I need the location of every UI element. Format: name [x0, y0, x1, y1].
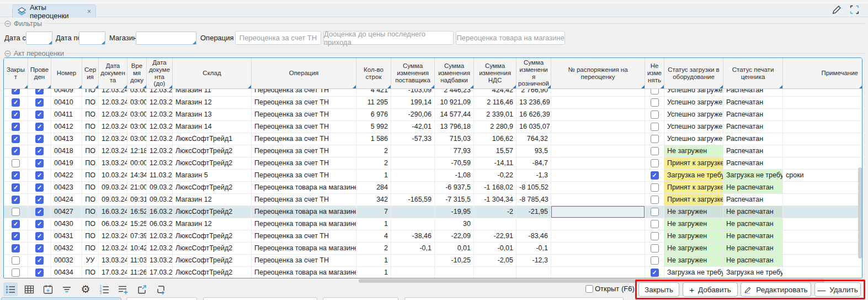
cell-rows_count[interactable]: 6 976 — [356, 109, 391, 120]
cell-number[interactable]: 00412 — [51, 121, 82, 133]
cell-note[interactable] — [783, 267, 862, 278]
tab-close-icon[interactable]: × — [87, 8, 91, 15]
cell-order_no[interactable] — [551, 145, 645, 157]
closed-checkbox[interactable] — [12, 98, 20, 107]
cell-operation[interactable]: Переоценка товара на магазине — [252, 182, 356, 193]
cell-doc_date_to[interactable]: 16.03.24 — [147, 206, 173, 218]
cell-sum_vat[interactable]: 2 116,46 — [474, 97, 516, 108]
no_change-checkbox[interactable] — [651, 171, 659, 180]
posted-checkbox[interactable] — [35, 110, 44, 119]
numbered-list-icon[interactable]: 1 2 3 — [97, 282, 111, 296]
column-header-sum_vat[interactable]: Сумма изменения НДС — [474, 58, 516, 88]
cell-sum_retail[interactable]: -8 785,43 — [516, 194, 551, 206]
cell-warehouse[interactable]: ЛюксСофтТрейд2 — [173, 243, 252, 254]
cell-note[interactable]: сроки — [783, 170, 862, 181]
cell-rows_count[interactable]: 1 — [356, 267, 391, 278]
cell-sum_supplier[interactable] — [391, 170, 435, 181]
posted-checkbox[interactable] — [35, 244, 44, 252]
cell-warehouse[interactable]: ЛюксСофтТрейд2 — [173, 182, 252, 193]
cell-no_change[interactable] — [645, 133, 664, 145]
cell-sum_retail[interactable]: 764,32 — [516, 133, 551, 145]
cell-sum_vat[interactable]: -1 168,02 — [474, 182, 516, 193]
cell-note[interactable] — [783, 133, 862, 145]
cell-print_status[interactable]: Не распечатан — [723, 218, 783, 230]
cell-doc_time[interactable]: 03:00 — [127, 133, 147, 145]
edit-pencil-icon[interactable] — [830, 3, 843, 15]
cell-operation[interactable]: Переоценка за счет ТН — [252, 194, 356, 206]
cell-rows_count[interactable]: 4 — [356, 230, 391, 242]
cell-sum_vat[interactable]: -1 304,34 — [474, 194, 516, 206]
cell-doc_date[interactable]: 12.03.24 — [99, 89, 127, 96]
list-view-icon[interactable] — [3, 282, 18, 296]
cell-doc_date_to[interactable]: 12.03.24 — [147, 109, 173, 120]
open-f6-checkbox-box[interactable] — [585, 285, 593, 293]
fullscreen-icon[interactable] — [848, 3, 860, 15]
cell-sum_markup[interactable]: 0,01 — [435, 243, 474, 254]
cell-print_status[interactable]: Загрузка не требуется — [723, 170, 783, 181]
cell-closed[interactable] — [4, 218, 28, 230]
no_change-checkbox[interactable] — [651, 256, 659, 265]
table-row-00409[interactable]: 00409ПО12.03.2403:0012.03.24Магазин 11Пе… — [4, 89, 862, 97]
table-row-00412[interactable]: 00412ПО12.03.2403:0012.03.24Магазин 14Пе… — [4, 121, 862, 133]
table-row-00422[interactable]: 00422ПО10.03.2414:3411.03.24Магазин 5Пер… — [4, 170, 862, 182]
cell-operation[interactable]: Переоценка за счет ТН — [252, 230, 356, 242]
cell-sum_supplier[interactable] — [391, 145, 435, 157]
cell-doc_time[interactable]: 09:31 — [127, 194, 147, 206]
cell-sum_vat[interactable]: -2,05 — [474, 255, 516, 266]
cell-posted[interactable] — [28, 145, 51, 157]
no_change-checkbox[interactable] — [651, 183, 659, 192]
cell-print_status[interactable]: Распечатан — [723, 109, 783, 120]
cell-sum_supplier[interactable]: 199,14 — [391, 97, 435, 108]
cell-sum_vat[interactable]: 424,42 — [474, 89, 516, 96]
cell-posted[interactable] — [28, 243, 51, 254]
cell-doc_date[interactable]: 13.03.24 — [99, 255, 127, 266]
cell-doc_time[interactable]: 03:00 — [127, 89, 147, 96]
cell-doc_date[interactable]: 12.03.24 — [99, 145, 127, 157]
closed-checkbox[interactable] — [12, 196, 20, 204]
cell-operation[interactable]: Переоценка за счет ТН — [252, 170, 356, 181]
closed-checkbox[interactable] — [12, 269, 20, 277]
cell-sum_vat[interactable]: -0,22 — [474, 170, 516, 181]
date-from-input[interactable] — [26, 31, 52, 45]
cell-posted[interactable] — [28, 182, 51, 193]
cell-number[interactable]: 00413 — [51, 133, 82, 145]
cell-order_no[interactable] — [551, 218, 645, 230]
cell-number[interactable]: 00419 — [51, 157, 82, 169]
cell-series[interactable]: ПО — [82, 109, 99, 120]
closed-checkbox[interactable] — [12, 123, 20, 131]
cell-no_change[interactable] — [645, 243, 664, 254]
cell-print_status[interactable]: Не распечатан — [723, 255, 783, 266]
cell-note[interactable] — [783, 218, 862, 230]
operation-btn-markup-last-receipt[interactable]: Дооценка до цены последнего прихода — [323, 31, 454, 45]
cell-load_status[interactable]: Успешно загружен — [664, 89, 723, 96]
cell-posted[interactable] — [28, 97, 51, 108]
no_change-checkbox[interactable] — [651, 159, 659, 167]
cell-order_no[interactable] — [551, 133, 645, 145]
cell-posted[interactable] — [28, 218, 51, 230]
cell-order_no[interactable] — [551, 157, 645, 169]
cell-no_change[interactable] — [645, 121, 664, 133]
cell-sum_supplier[interactable] — [391, 267, 435, 278]
cell-rows_count[interactable]: 342 — [356, 194, 391, 206]
cell-load_status[interactable]: Не загружен — [664, 243, 723, 254]
cell-doc_time[interactable]: 11:26 — [127, 267, 147, 278]
cell-sum_markup[interactable]: -7 315,5 — [435, 194, 474, 206]
posted-checkbox[interactable] — [35, 183, 44, 192]
cell-load_status[interactable]: Принят к загрузке — [664, 157, 723, 169]
cell-number[interactable]: 00431 — [51, 230, 82, 242]
cell-print_status[interactable]: Не распечатан — [723, 182, 783, 193]
cell-rows_count[interactable]: 11 295 — [356, 97, 391, 108]
calendar-view-icon[interactable] — [41, 282, 55, 296]
cell-sum_supplier[interactable]: -38,46 — [391, 230, 435, 242]
column-header-load_status[interactable]: Статус загрузки в оборудование — [664, 58, 723, 88]
cell-doc_date[interactable]: 09.03.24 — [99, 182, 127, 193]
no_change-checkbox[interactable] — [651, 208, 659, 216]
closed-checkbox[interactable] — [12, 244, 20, 252]
cell-warehouse[interactable]: ЛюксСофтТрейд2 — [173, 157, 252, 169]
cell-load_status[interactable]: Принят к загрузке — [664, 194, 723, 206]
cell-no_change[interactable] — [645, 89, 664, 96]
cell-series[interactable]: ПО — [82, 243, 99, 254]
cell-rows_count[interactable]: 7 — [356, 206, 391, 218]
table-view-icon[interactable] — [22, 282, 36, 296]
cell-load_status[interactable]: Не загружен — [664, 255, 723, 266]
